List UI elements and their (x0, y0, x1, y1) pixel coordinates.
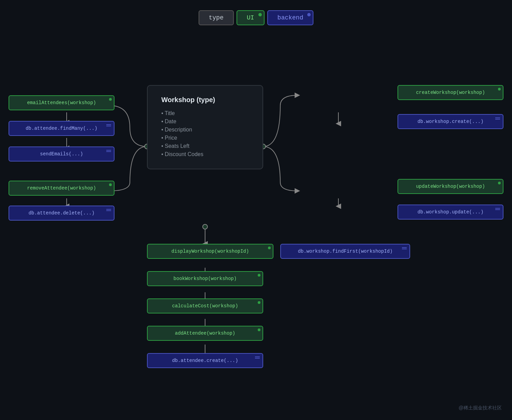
blue-lines-4 (495, 117, 500, 120)
node-db-workshop-findfirst[interactable]: db.workshop.findFirst(workshopId) (280, 244, 410, 259)
node-add-attendee[interactable]: addAttendee(workshop) (147, 326, 263, 341)
green-dot-8 (258, 328, 260, 331)
field-date: Date (161, 117, 249, 126)
node-db-attendee-create[interactable]: db.attendee.create(...) (147, 353, 263, 368)
green-dot-3 (498, 88, 501, 90)
green-dot-4 (498, 182, 501, 184)
tab-backend-label: backend (278, 14, 304, 21)
blue-lines-5 (495, 208, 500, 210)
node-db-attendee-findmany[interactable]: db.attendee.findMany(...) (9, 121, 114, 136)
create-workshop-label: createWorkshop(workshop) (416, 90, 485, 95)
svg-point-2 (203, 224, 207, 229)
green-dot (109, 98, 112, 101)
node-db-attendee-delete[interactable]: db.attendee.delete(...) (9, 206, 114, 221)
backend-dot (307, 13, 311, 16)
blue-lines-3 (106, 209, 111, 211)
node-send-emails[interactable]: sendEmails(...) (9, 146, 114, 162)
update-workshop-label: updateWorkshop(workshop) (416, 184, 485, 189)
send-emails-label: sendEmails(...) (40, 151, 83, 157)
node-db-workshop-update[interactable]: db.workshop.update(...) (398, 205, 503, 220)
blue-lines-6 (402, 247, 407, 249)
green-dot-7 (258, 301, 260, 304)
tab-ui-label: UI (247, 14, 254, 21)
center-card-title: Workshop (type) (161, 96, 249, 104)
display-workshop-label: displayWorkshop(workshopId) (172, 249, 249, 254)
field-description: Description (161, 126, 249, 134)
blue-lines-2 (106, 150, 111, 152)
node-display-workshop[interactable]: displayWorkshop(workshopId) (147, 244, 273, 259)
field-price: Price (161, 134, 249, 142)
node-email-attendees[interactable]: emailAttendees(workshop) (9, 95, 114, 110)
node-book-workshop[interactable]: bookWorkshop(workshop) (147, 271, 263, 286)
db-attendee-create-label: db.attendee.create(...) (172, 358, 238, 363)
tab-ui[interactable]: UI (237, 10, 265, 25)
tab-backend[interactable]: backend (267, 10, 314, 25)
node-calculate-cost[interactable]: calculateCost(workshop) (147, 298, 263, 313)
blue-lines (106, 124, 111, 126)
node-update-workshop[interactable]: updateWorkshop(workshop) (398, 179, 503, 194)
diagram: Workshop (type) Title Date Description P… (0, 32, 512, 418)
field-discount-codes: Discount Codes (161, 150, 249, 158)
field-seats-left: Seats Left (161, 142, 249, 150)
blue-lines-7 (255, 356, 260, 359)
remove-attendee-label: removeAttendee(workshop) (27, 185, 96, 191)
green-dot-2 (109, 183, 112, 186)
node-create-workshop[interactable]: createWorkshop(workshop) (398, 85, 503, 100)
tab-type[interactable]: type (199, 10, 234, 25)
node-db-workshop-create[interactable]: db.workshop.create(...) (398, 114, 503, 129)
db-attendee-findmany-label: db.attendee.findMany(...) (26, 126, 97, 131)
center-card-fields: Title Date Description Price Seats Left … (161, 109, 249, 158)
db-workshop-update-label: db.workshop.update(...) (417, 209, 483, 215)
email-attendees-label: emailAttendees(workshop) (27, 100, 96, 106)
center-card: Workshop (type) Title Date Description P… (147, 85, 263, 169)
toolbar: type UI backend (0, 0, 512, 32)
green-dot-6 (258, 274, 260, 277)
add-attendee-label: addAttendee(workshop) (175, 331, 235, 336)
watermark: @稀土掘金技术社区 (459, 405, 502, 411)
green-dot-5 (268, 247, 271, 249)
db-workshop-create-label: db.workshop.create(...) (417, 119, 483, 124)
db-workshop-findfirst-label: db.workshop.findFirst(workshopId) (298, 249, 392, 254)
node-remove-attendee[interactable]: removeAttendee(workshop) (9, 181, 114, 196)
field-title: Title (161, 109, 249, 117)
ui-dot (258, 13, 262, 16)
db-attendee-delete-label: db.attendee.delete(...) (28, 210, 94, 216)
calculate-cost-label: calculateCost(workshop) (172, 303, 238, 309)
book-workshop-label: bookWorkshop(workshop) (174, 276, 237, 281)
